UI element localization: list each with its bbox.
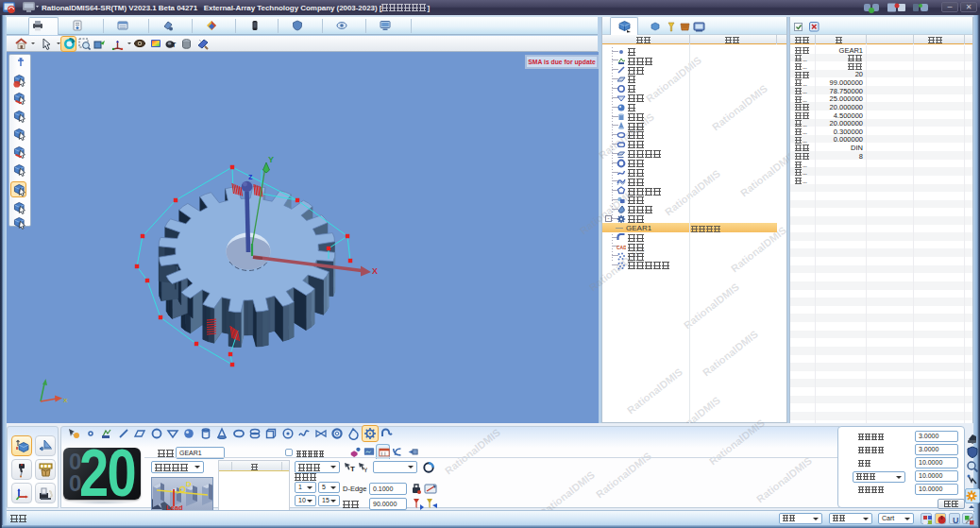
svg-text:CAD: CAD xyxy=(617,245,626,250)
svg-text:U: U xyxy=(953,516,959,525)
svg-text:z: z xyxy=(248,172,253,181)
svg-text:Y: Y xyxy=(268,155,274,164)
svg-text:Y: Y xyxy=(363,467,367,473)
svg-text:T: T xyxy=(350,465,355,473)
svg-text:D: D xyxy=(186,480,192,488)
svg-text:T: T xyxy=(172,42,177,48)
svg-text:X: X xyxy=(372,266,378,276)
svg-text:x: x xyxy=(63,396,68,404)
